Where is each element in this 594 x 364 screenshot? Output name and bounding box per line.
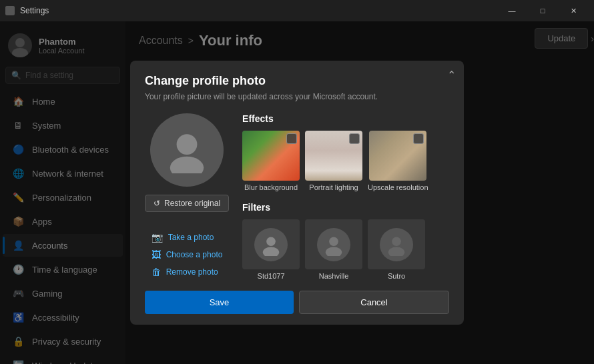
effect-upscale[interactable]: Upscale resolution <box>368 131 428 191</box>
dialog-buttons: Save Cancel <box>145 291 449 314</box>
folder-icon: 🖼 <box>152 249 161 260</box>
svg-point-6 <box>329 237 338 246</box>
maximize-button[interactable]: □ <box>527 0 558 21</box>
main-content: Accounts > Your info Update › Change pro… <box>125 21 594 364</box>
filter-std1077-thumb <box>242 219 300 269</box>
filter-nashville-label: Nashville <box>319 272 349 280</box>
trash-icon: 🗑 <box>152 267 161 277</box>
svg-point-5 <box>263 247 279 256</box>
take-photo-action[interactable]: 📷 Take a photo <box>152 231 223 244</box>
effects-grid: Blur background Portrait lighting <box>242 131 449 191</box>
photo-actions: 📷 Take a photo 🖼 Choose a photo 🗑 Remove… <box>152 231 223 279</box>
svg-point-4 <box>266 237 276 246</box>
portrait-checkbox[interactable] <box>349 133 360 144</box>
blur-checkbox[interactable] <box>286 133 297 144</box>
effects-title: Effects <box>242 113 449 124</box>
choose-photo-action[interactable]: 🖼 Choose a photo <box>152 248 223 261</box>
app-container: Phantom Local Account 🔍 🏠 Home 🖥 System … <box>0 21 594 364</box>
effect-blur-background[interactable]: Blur background <box>242 131 300 191</box>
filter-nashville[interactable]: Nashville <box>305 219 362 280</box>
effect-blur-label: Blur background <box>244 183 298 191</box>
svg-point-3 <box>170 157 204 173</box>
profile-photo-preview <box>150 113 224 187</box>
effect-blur-thumb <box>242 131 300 181</box>
dialog-body: ↺ Restore original 📷 Take a photo 🖼 Choo… <box>145 113 449 280</box>
effect-portrait-label: Portrait lighting <box>309 183 358 191</box>
settings-icon <box>5 6 15 15</box>
effect-portrait-thumb <box>305 131 362 181</box>
filter-sutro[interactable]: Sutro <box>368 219 425 280</box>
effect-portrait-lighting[interactable]: Portrait lighting <box>305 131 362 191</box>
save-button[interactable]: Save <box>145 291 294 314</box>
filter-sutro-label: Sutro <box>388 272 405 280</box>
dialog-container: Change profile photo Your profile pictur… <box>130 61 464 325</box>
dialog-overlay: Change profile photo Your profile pictur… <box>125 21 594 364</box>
svg-point-2 <box>177 134 198 155</box>
restore-icon: ↺ <box>154 199 160 208</box>
svg-point-8 <box>392 237 401 246</box>
filters-grid: Std1077 <box>242 219 449 280</box>
titlebar-controls: — □ ✕ <box>497 0 589 21</box>
titlebar-left: Settings <box>5 6 49 15</box>
effect-upscale-thumb <box>369 131 426 181</box>
effect-upscale-label: Upscale resolution <box>368 183 428 191</box>
filter-nashville-thumb <box>305 219 362 269</box>
dialog-subtitle: Your profile picture will be updated acr… <box>145 92 449 101</box>
svg-point-7 <box>326 247 342 256</box>
minimize-button[interactable]: — <box>497 0 527 21</box>
upscale-checkbox[interactable] <box>413 133 424 144</box>
collapse-button[interactable]: ⌃ <box>447 69 456 81</box>
filter-std1077-label: Std1077 <box>258 272 285 280</box>
camera-icon: 📷 <box>152 232 163 243</box>
titlebar: Settings — □ ✕ <box>0 0 594 21</box>
avatar-section: ↺ Restore original 📷 Take a photo 🖼 Choo… <box>145 113 229 280</box>
restore-original-button[interactable]: ↺ Restore original <box>145 195 229 212</box>
remove-photo-action[interactable]: 🗑 Remove photo <box>152 265 223 279</box>
filters-title: Filters <box>242 202 449 213</box>
titlebar-title: Settings <box>20 6 49 15</box>
cancel-button[interactable]: Cancel <box>299 291 449 314</box>
filter-std1077[interactable]: Std1077 <box>242 219 300 280</box>
effects-section: Effects Blur background <box>242 113 449 280</box>
dialog-title: Change profile photo <box>145 74 449 88</box>
close-button[interactable]: ✕ <box>558 0 589 21</box>
filter-sutro-thumb <box>368 219 425 269</box>
svg-point-9 <box>388 247 404 256</box>
